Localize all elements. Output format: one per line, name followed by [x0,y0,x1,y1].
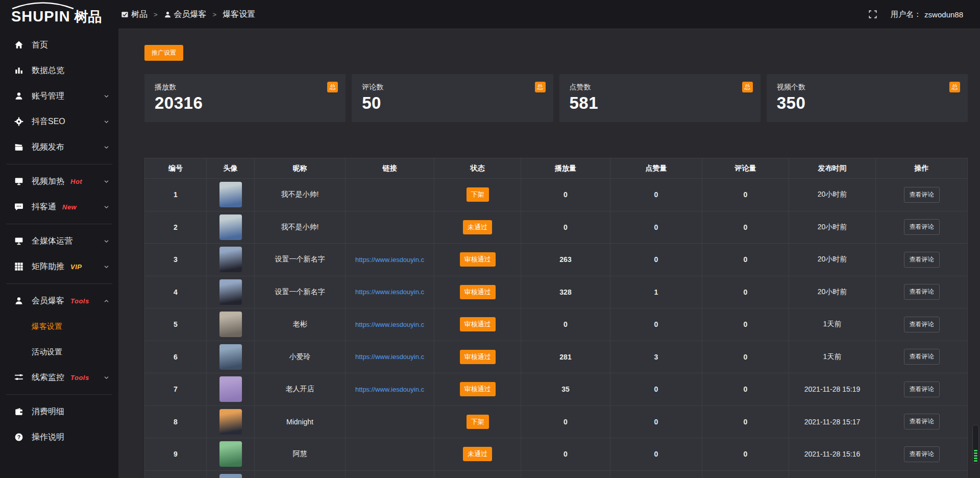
video-icon [14,142,23,152]
cell-action: 查看评论 [876,211,968,244]
fullscreen-icon[interactable] [868,10,877,19]
table-body: 1我不是小帅!下架00020小时前查看评论2我不是小帅!未通过00020小时前查… [145,179,968,478]
topbar: 树品>会员爆客>爆客设置 用户名：zswodun88 [118,0,980,29]
nickname-text: 小爱玲 [289,352,311,361]
monitor-icon [14,236,23,246]
sidebar-item-home[interactable]: 首页 [0,32,118,58]
cell-likes: 3 [610,341,702,373]
sidebar-divider [6,394,112,395]
cell-plays: 0 [521,405,610,438]
view-comments-button[interactable]: 查看评论 [904,349,940,365]
cell-link: https://www.iesdouyin.c [346,244,434,276]
table-row: 8Midnight下架0002021-11-28 15:17查看评论 [145,405,968,438]
cell-status: 未通过 [434,211,521,244]
view-comments-button[interactable]: 查看评论 [904,187,940,203]
cell-nickname: 设置一个新名字 [255,244,346,276]
stat-card-videos: 视频个数总350 [767,74,968,122]
view-comments-button[interactable]: 查看评论 [904,219,940,235]
cell-likes: 0 [610,179,702,211]
user-menu[interactable]: 用户名：zswodun88 [891,10,972,19]
window-icon [121,11,129,18]
video-link[interactable]: https://www.iesdouyin.c [346,288,434,296]
breadcrumb: 树品>会员爆客>爆客设置 [121,9,255,20]
chevron-down-icon [104,145,109,150]
cell-id: 7 [145,373,207,406]
stat-label: 视频个数 [777,83,958,92]
cell-time: 1天前 [789,341,876,373]
column-header: 头像 [207,158,255,179]
status-badge: 审核通过 [460,317,496,331]
video-link[interactable]: https://www.iesdouyin.c [346,386,434,393]
chevron-down-icon [104,264,109,270]
cell-avatar [207,211,255,244]
view-comments-button[interactable]: 查看评论 [904,446,940,462]
breadcrumb-item-1[interactable]: 会员爆客 [164,9,207,20]
view-comments-button[interactable]: 查看评论 [904,381,940,397]
sidebar-item-account-manage[interactable]: 账号管理 [0,83,118,109]
table-row: 1我不是小帅!下架00020小时前查看评论 [145,179,968,211]
sidebar-item-operation-help[interactable]: ?操作说明 [0,424,118,450]
column-header: 状态 [434,158,521,179]
stat-label: 点赞数 [570,83,750,92]
cell-likes [610,470,702,478]
nickname-text: 设置一个新名字 [275,288,325,296]
sidebar-item-video-publish[interactable]: 视频发布 [0,134,118,160]
sidebar-item-label: 视频加热 [32,176,64,187]
sidebar-item-label: 操作说明 [32,432,64,443]
sidebar-item-label: 抖音SEO [32,116,65,127]
breadcrumb-item-2[interactable]: 爆客设置 [223,9,255,20]
breadcrumb-item-0[interactable]: 树品 [121,9,148,20]
sidebar-item-member-baoke[interactable]: 会员爆客Tools [0,288,118,314]
sidebar-item-label: 首页 [32,40,48,51]
cell-avatar [207,470,255,478]
video-link[interactable]: https://www.iesdouyin.c [346,256,434,264]
table-row: 4设置一个新名字https://www.iesdouyin.c审核通过32810… [145,276,968,308]
stat-total-badge: 总 [535,82,546,92]
cell-time: 20小时前 [789,244,876,276]
sidebar-item-douyin-seo[interactable]: 抖音SEO [0,109,118,134]
view-comments-button[interactable]: 查看评论 [904,284,940,300]
status-badge: 审核通过 [460,252,496,267]
scroll-widget[interactable] [972,425,979,464]
cell-likes: 0 [610,308,702,341]
cell-time: 20小时前 [789,211,876,244]
view-comments-button[interactable]: 查看评论 [904,252,940,268]
promo-settings-button[interactable]: 推广设置 [144,45,183,61]
sidebar-subitem-baoke-setting[interactable]: 爆客设置 [0,314,118,339]
cell-action: 查看评论 [876,244,968,276]
sidebar-item-douketong[interactable]: 抖客通New [0,194,118,220]
sidebar-item-tag: Hot [70,178,82,185]
cell-id: 3 [145,244,207,276]
sidebar-item-matrix-boost[interactable]: 矩阵助推VIP [0,254,118,279]
video-link[interactable]: https://www.iesdouyin.c [346,321,434,328]
sidebar-subitem-activity-setting[interactable]: 活动设置 [0,339,118,365]
sidebar-item-data-overview[interactable]: 数据总览 [0,58,118,83]
sidebar-item-label: 消费明细 [32,407,64,417]
cell-link [346,211,434,244]
cell-action: 查看评论 [876,341,968,373]
cell-status [434,470,521,478]
video-link[interactable]: https://www.iesdouyin.c [346,353,434,361]
avatar [219,474,242,478]
view-comments-button[interactable]: 查看评论 [904,414,940,429]
sidebar-item-media-operation[interactable]: 全媒体运营 [0,228,118,254]
cell-comments: 0 [702,308,789,341]
cell-nickname: 我不是小帅! [255,179,346,211]
sidebar-item-clue-monitor[interactable]: 线索监控Tools [0,365,118,390]
table-row: 3设置一个新名字https://www.iesdouyin.c审核通过26300… [145,244,968,276]
cell-nickname: 设置一个新名字 [255,276,346,308]
wallet-icon [14,407,23,416]
status-badge: 下架 [467,187,489,202]
sidebar-item-video-heat[interactable]: 视频加热Hot [0,169,118,194]
cell-plays: 0 [521,179,610,211]
user-icon [14,91,23,101]
cell-likes: 0 [610,405,702,438]
cell-status: 审核通过 [434,373,521,406]
cell-likes: 0 [610,373,702,406]
sidebar-item-tag: Tools [70,297,89,305]
gear-icon [14,117,23,126]
cell-nickname: Midnight [255,405,346,438]
sidebar-item-consume-detail[interactable]: 消费明细 [0,399,118,424]
cell-status: 审核通过 [434,244,521,276]
view-comments-button[interactable]: 查看评论 [904,317,940,332]
